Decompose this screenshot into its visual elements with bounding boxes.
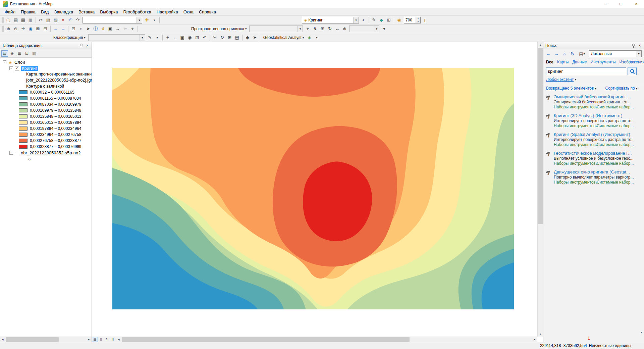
layout-tool-icon[interactable]: ▯	[422, 17, 429, 23]
select-elements-pointer-icon[interactable]: ➤	[85, 26, 92, 32]
sketch-properties-icon[interactable]: ▤	[233, 34, 241, 41]
refresh-index-icon[interactable]: ↻	[569, 50, 576, 57]
identify-info-icon[interactable]: ⓘ	[92, 26, 99, 32]
rotate-icon[interactable]: ↻	[326, 26, 333, 32]
pan-icon[interactable]: ✛	[19, 26, 27, 32]
chevron-down-icon[interactable]: ▾	[595, 87, 596, 90]
list-by-source-icon[interactable]: ◈	[9, 50, 15, 57]
minimize-icon[interactable]: –	[598, 0, 613, 8]
home-icon[interactable]: ⌂	[561, 50, 568, 57]
collapse-icon[interactable]: −	[9, 66, 13, 70]
menu-item[interactable]: Выборка	[97, 8, 120, 15]
geostatistical-analyst-menu[interactable]: Geostatistical Analyst ▾	[262, 35, 306, 40]
construct-rectangle-icon[interactable]: ⊡	[194, 34, 201, 41]
viewer-icon[interactable]: ⊕	[341, 26, 348, 32]
zoom-layer-icon[interactable]: ◉	[395, 17, 403, 23]
toolbar-grip[interactable]	[2, 26, 4, 32]
tab-tools[interactable]: Инструменты	[591, 60, 616, 64]
legend-class-row[interactable]: 0,000135848 – 0,000165013	[0, 113, 92, 119]
search-button[interactable]	[628, 67, 637, 75]
add-data-icon[interactable]: ✚	[143, 17, 151, 23]
search-scope-combo[interactable]: Локальный ▾	[589, 50, 642, 57]
menu-item[interactable]: Файл	[2, 8, 18, 15]
data-view-icon[interactable]: ▦	[92, 337, 98, 342]
close-icon[interactable]: ×	[629, 0, 644, 8]
result-title-link[interactable]: Кригинг (3D Analyst) (Инструмент)	[554, 113, 638, 118]
fixed-zoom-in-icon[interactable]: ⊠	[34, 26, 42, 32]
pause-drawing-icon[interactable]: ‖	[110, 337, 116, 342]
close-icon[interactable]: ×	[85, 43, 90, 48]
kriging-layer-label[interactable]: Кригинг	[21, 66, 38, 71]
construct-point-icon[interactable]: ⌖	[164, 34, 171, 41]
hyperlink-lightning-icon[interactable]: ↯	[99, 26, 107, 32]
list-by-selection-icon[interactable]: ⊡	[23, 50, 30, 57]
delete-icon[interactable]: ×	[59, 17, 67, 23]
refresh-view-icon[interactable]: ↻	[104, 337, 110, 342]
full-extent-globe-icon[interactable]: ◉	[27, 26, 34, 32]
scroll-up-icon[interactable]: ▲	[639, 59, 644, 64]
link-table-icon[interactable]: ⊞	[319, 26, 326, 32]
legend-class-row[interactable]: 0,000061165 – 0,000087034	[0, 95, 92, 101]
tab-all[interactable]: Все	[546, 60, 553, 64]
maximize-icon[interactable]: □	[613, 0, 629, 8]
menu-item[interactable]: Вставка	[76, 8, 97, 15]
search-result-item[interactable]: Кригинг (3D Analyst) (Инструмент) Интерп…	[543, 111, 644, 130]
toc-options-icon[interactable]: ▥	[31, 50, 38, 57]
search-forward-icon[interactable]: →	[553, 50, 560, 57]
edit-pencil-chevron-icon[interactable]: ▾	[154, 34, 161, 41]
search-result-item[interactable]: Движущееся окно кригинга (Geostat... Пов…	[543, 168, 644, 187]
result-title-link[interactable]: Эмпирический байесовский кригинг ...	[554, 94, 638, 99]
result-title-link[interactable]: Движущееся окно кригинга (Geostat...	[554, 169, 638, 174]
html-popup-icon[interactable]: ▣	[107, 26, 114, 32]
attributes-icon[interactable]: ⊞	[226, 34, 233, 41]
split-tool-icon[interactable]: ✂	[211, 34, 219, 41]
pin-icon[interactable]	[631, 43, 635, 48]
result-title-link[interactable]: Кригинг (Spatial Analyst) (Инструмент)	[554, 132, 638, 137]
measure-icon[interactable]: ↔	[114, 26, 121, 32]
search-result-item[interactable]: Кригинг (Spatial Analyst) (Инструмент) И…	[543, 130, 644, 149]
legend-class-row[interactable]: 0,000234964 – 0,000276758	[0, 132, 92, 138]
select-features-icon[interactable]: ⊡	[70, 26, 77, 32]
scroll-left-icon[interactable]: ◀	[116, 337, 121, 342]
construct-polygon-icon[interactable]: ▣	[179, 34, 186, 41]
normal-qq-plot-icon[interactable]: ✎	[370, 17, 378, 23]
search-scrollbar[interactable]: ▲ ▼	[639, 59, 644, 335]
legend-class-row[interactable]: 0,000323877 – 0,000376999	[0, 144, 92, 150]
scrollbar-thumb[interactable]	[538, 48, 543, 224]
obr-layer-label[interactable]: obr_20221228050352-s5p-no2	[21, 150, 81, 155]
geostatistical-chevron-icon[interactable]: ▾	[313, 34, 320, 41]
edit-pencil-icon[interactable]: ✎	[146, 34, 154, 41]
shift-icon[interactable]: ↔	[333, 26, 341, 32]
forward-extent-icon[interactable]: →	[59, 26, 67, 32]
construct-freehand-icon[interactable]: ↶	[201, 34, 208, 41]
redo-icon[interactable]: ↷	[74, 17, 82, 23]
legend-class-row[interactable]: 0,000197894 – 0,000234964	[0, 126, 92, 132]
scroll-right-icon[interactable]: ▶	[86, 337, 92, 342]
menu-item[interactable]: Правка	[18, 8, 38, 15]
kriging-layer-combo[interactable]: ◈ Кригинг ▾	[302, 17, 359, 23]
auto-registration-icon[interactable]: ↯	[311, 26, 319, 32]
chevron-down-icon[interactable]: ▾	[353, 17, 359, 23]
zoom-out-icon[interactable]: ⊖	[12, 26, 19, 32]
fixed-zoom-out-icon[interactable]: ⊟	[42, 26, 49, 32]
search-result-item[interactable]: Эмпирический байесовский кригинг ... Эмп…	[543, 93, 644, 111]
spin-down-icon[interactable]: ▼	[416, 20, 420, 23]
collapse-icon[interactable]: −	[9, 151, 13, 155]
search-result-item[interactable]: Геостатистическое моделирование Г... Вып…	[543, 149, 644, 168]
collapse-icon[interactable]: −	[3, 60, 6, 64]
legend-class-row[interactable]: 0,000109979 – 0,000135848	[0, 107, 92, 113]
tree-node-obr-layer[interactable]: − obr_20221228050352-s5p-no2	[0, 150, 92, 156]
list-by-drawing-order-icon[interactable]: ▤	[1, 50, 8, 57]
scroll-up-icon[interactable]: ▲	[538, 42, 543, 47]
layout-view-icon[interactable]: ▯	[98, 337, 104, 342]
back-extent-icon[interactable]: ←	[52, 26, 59, 32]
geostatistical-wizard-icon[interactable]: ◈	[306, 34, 313, 41]
trace-icon[interactable]: ➤	[251, 34, 259, 41]
explore-data-grid-icon[interactable]: ⊞	[385, 17, 392, 23]
georeferencing-menu[interactable]: Пространственная привязка ▾	[190, 27, 248, 31]
menu-item[interactable]: Закладка	[51, 8, 76, 15]
histogram-icon[interactable]: ◐	[360, 17, 367, 23]
open-icon[interactable]: ▤	[12, 17, 19, 23]
legend-class-row[interactable]: 0,000276758 – 0,000323877	[0, 138, 92, 144]
chevron-down-icon[interactable]: ▾	[636, 51, 641, 57]
